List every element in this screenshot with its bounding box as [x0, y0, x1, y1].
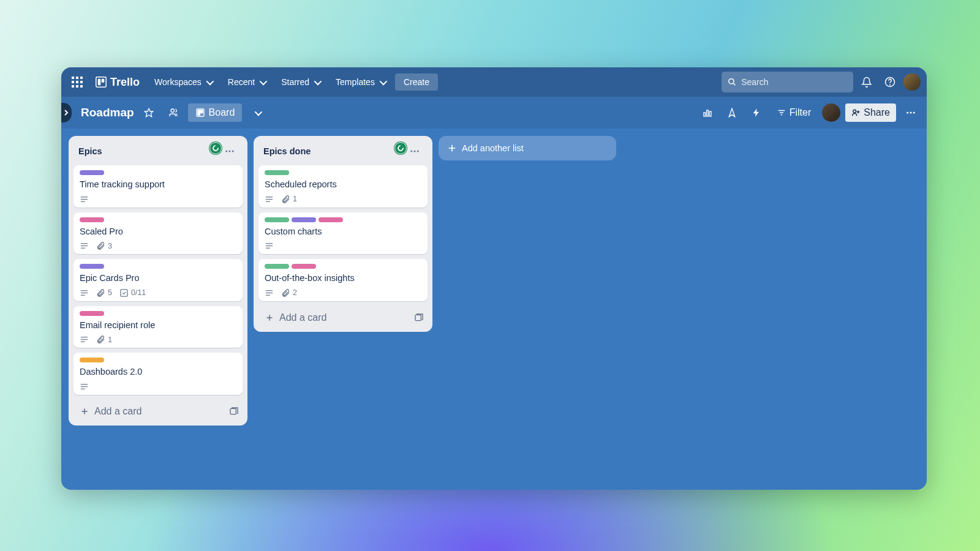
attachments-badge: 5 [96, 288, 112, 298]
card-label[interactable] [265, 170, 289, 175]
list-actions-icon[interactable] [407, 143, 423, 159]
board-title[interactable]: Roadmap [81, 106, 134, 119]
card-template-icon[interactable] [414, 313, 424, 323]
nav-recent[interactable]: Recent [222, 73, 271, 91]
card-label[interactable] [80, 170, 104, 175]
svg-point-57 [417, 151, 419, 152]
card-label[interactable] [292, 264, 316, 269]
board-member-avatar[interactable] [822, 103, 840, 122]
search-icon [728, 77, 736, 87]
description-badge [80, 382, 89, 391]
card-labels [265, 170, 421, 175]
svg-rect-22 [706, 110, 708, 116]
card[interactable]: Out-of-the-box insights2 [258, 259, 428, 301]
list-actions-icon[interactable] [222, 143, 238, 159]
share-button[interactable]: Share [845, 103, 896, 122]
search-input[interactable] [741, 77, 847, 87]
app-window: Trello Workspaces Recent Starred Templat… [61, 67, 927, 490]
powerup-rocket-icon[interactable] [722, 103, 742, 122]
card-label[interactable] [80, 264, 104, 269]
card[interactable]: Scaled Pro3 [74, 212, 243, 255]
star-icon[interactable] [139, 103, 159, 122]
description-badge [80, 195, 89, 204]
visibility-icon[interactable] [164, 103, 183, 122]
card-title: Scaled Pro [80, 226, 236, 238]
svg-rect-21 [704, 113, 706, 116]
description-badge [265, 241, 274, 250]
card-badges [265, 241, 421, 250]
svg-point-12 [729, 79, 734, 84]
view-switcher-board[interactable]: Board [188, 103, 243, 122]
description-badge [80, 241, 89, 250]
chevron-down-icon [258, 77, 265, 87]
svg-point-30 [907, 112, 908, 114]
nav-workspaces[interactable]: Workspaces [148, 73, 218, 91]
notifications-icon[interactable] [857, 72, 876, 92]
card[interactable]: Epic Cards Pro50/11 [74, 259, 243, 301]
svg-rect-45 [121, 290, 127, 296]
card[interactable]: Dashboards 2.0 [74, 353, 243, 395]
card-badges [80, 382, 236, 391]
add-list-button[interactable]: Add another list [439, 136, 616, 160]
attachments-badge: 2 [281, 288, 297, 298]
svg-point-55 [410, 151, 412, 152]
chevron-down-icon [205, 77, 212, 87]
account-avatar[interactable] [903, 73, 921, 91]
card-title: Time tracking support [80, 179, 236, 191]
chevron-down-icon [379, 77, 385, 87]
checklist-badge: 0/11 [119, 288, 146, 298]
svg-rect-9 [96, 77, 107, 88]
svg-rect-7 [76, 85, 78, 88]
app-switcher-icon[interactable] [67, 72, 87, 92]
add-card-button[interactable]: Add a card [262, 310, 329, 326]
svg-point-35 [232, 151, 234, 152]
list-title[interactable]: Epics [78, 146, 102, 156]
card-badges: 1 [265, 195, 421, 204]
nav-starred[interactable]: Starred [275, 73, 326, 91]
automation-icon[interactable] [747, 103, 766, 122]
svg-point-34 [229, 151, 231, 152]
attachments-badge: 1 [281, 195, 297, 204]
help-icon[interactable] [880, 72, 900, 92]
card-label[interactable] [292, 217, 316, 222]
card-title: Out-of-the-box insights [265, 272, 421, 285]
card-label[interactable] [265, 217, 289, 222]
trello-logo[interactable]: Trello [91, 76, 145, 89]
card[interactable]: Scheduled reports1 [258, 165, 428, 208]
view-switcher-dropdown[interactable] [247, 103, 266, 122]
filter-icon [777, 108, 786, 117]
card-labels [80, 311, 236, 316]
card-badges: 1 [80, 335, 236, 344]
board-view-icon [195, 108, 205, 118]
expand-sidebar-button[interactable] [61, 103, 72, 122]
user-plus-icon [851, 108, 860, 117]
card-label[interactable] [318, 217, 343, 222]
card[interactable]: Custom charts [258, 212, 428, 255]
svg-rect-19 [198, 110, 200, 115]
svg-point-31 [910, 112, 912, 114]
card-label[interactable] [80, 311, 104, 316]
board-menu-icon[interactable] [901, 103, 921, 122]
card-label[interactable] [265, 264, 289, 269]
card-labels [265, 264, 421, 269]
create-button[interactable]: Create [395, 73, 438, 91]
description-badge [80, 288, 89, 298]
svg-point-15 [890, 84, 891, 85]
card-label[interactable] [80, 217, 104, 222]
list-title[interactable]: Epics done [263, 146, 311, 156]
svg-point-32 [913, 112, 915, 114]
svg-point-33 [225, 151, 227, 152]
plus-icon [447, 143, 457, 153]
svg-rect-8 [80, 85, 83, 88]
filter-button[interactable]: Filter [771, 103, 818, 122]
card[interactable]: Time tracking support [74, 165, 243, 208]
search-box[interactable] [722, 72, 853, 92]
nav-templates[interactable]: Templates [330, 73, 391, 91]
powerup-dashboard-icon[interactable] [698, 103, 717, 122]
svg-rect-0 [72, 77, 74, 79]
card[interactable]: Email recipient role1 [74, 306, 243, 348]
card-template-icon[interactable] [229, 407, 239, 416]
card-label[interactable] [80, 358, 104, 362]
add-card-button[interactable]: Add a card [77, 403, 144, 419]
global-topbar: Trello Workspaces Recent Starred Templat… [61, 67, 927, 97]
